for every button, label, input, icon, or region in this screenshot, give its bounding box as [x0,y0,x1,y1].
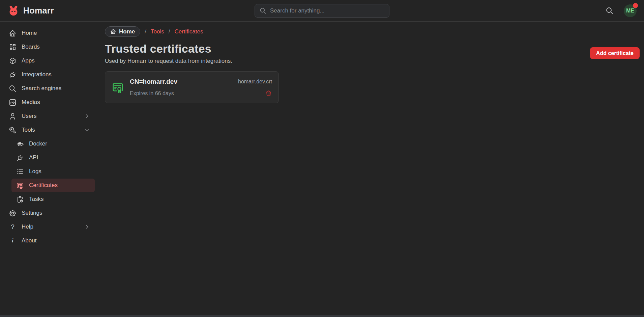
user-avatar[interactable]: ME [624,4,637,17]
sidebar-item-users[interactable]: Users [4,109,95,123]
breadcrumb-label: Home [119,28,135,35]
sidebar: Home Boards Apps Integrations Search eng… [0,22,99,317]
main-content: Home / Tools / Certificates Trusted cert… [99,22,644,317]
certificate-card: CN=homarr.dev homarr.dev.crt Expires in … [105,71,279,103]
clipboard-clock-icon [16,195,24,203]
sidebar-item-label: Users [22,113,36,120]
breadcrumb-certificates[interactable]: Certificates [174,28,203,35]
delete-certificate-button[interactable] [265,90,272,97]
global-search[interactable] [255,4,389,18]
app-header: Homarr ME [0,0,644,22]
sidebar-item-api[interactable]: API [11,151,95,164]
horizontal-scrollbar-track[interactable] [0,315,644,317]
add-certificate-button[interactable]: Add certificate [590,47,640,59]
sidebar-item-logs[interactable]: Logs [11,165,95,178]
sidebar-item-label: Home [22,30,37,36]
sidebar-item-certificates[interactable]: Certificates [11,179,95,192]
docker-icon [16,140,24,148]
sidebar-item-tasks[interactable]: Tasks [11,192,95,206]
sidebar-item-help[interactable]: ? Help [4,220,95,234]
sidebar-item-search-engines[interactable]: Search engines [4,82,95,95]
search-icon [9,85,17,93]
gear-icon [9,209,17,217]
avatar-initials: ME [626,8,634,14]
page-title: Trusted certificates [105,42,638,55]
sidebar-item-label: Search engines [22,85,61,92]
sidebar-item-label: Apps [22,57,35,64]
sidebar-item-about[interactable]: i About [4,234,95,247]
tool-icon [9,126,17,134]
sidebar-item-apps[interactable]: Apps [4,54,95,68]
search-icon [260,7,266,14]
homarr-logo-icon [7,5,20,17]
certificate-common-name: CN=homarr.dev [130,78,177,85]
breadcrumb: Home / Tools / Certificates [105,26,638,37]
sidebar-item-label: Medias [22,99,40,106]
chevron-down-icon [84,127,90,133]
breadcrumb-separator: / [169,28,170,35]
certificate-file-name: homarr.dev.crt [238,79,272,85]
plug-icon [9,71,17,79]
breadcrumb-separator: / [145,28,146,35]
sidebar-item-integrations[interactable]: Integrations [4,68,95,81]
sidebar-item-home[interactable]: Home [4,26,95,40]
certificate-icon [16,182,24,189]
sidebar-item-label: Certificates [29,182,58,189]
sidebar-item-label: Tasks [29,196,43,203]
certificate-icon [112,81,124,94]
notification-dot [633,3,638,8]
apps-icon [9,57,17,65]
sidebar-item-docker[interactable]: Docker [11,137,95,151]
sidebar-item-label: About [22,237,36,244]
sidebar-item-boards[interactable]: Boards [4,40,95,54]
sidebar-item-label: Logs [29,168,41,175]
list-icon [16,168,24,176]
sidebar-item-label: Help [22,223,33,230]
sidebar-item-label: Settings [22,210,42,216]
breadcrumb-tools[interactable]: Tools [151,28,164,35]
chevron-right-icon [84,224,90,230]
sidebar-item-label: Tools [22,127,35,133]
sidebar-item-label: Integrations [22,71,52,78]
question-mark-icon: ? [9,223,17,231]
brand[interactable]: Homarr [7,5,54,17]
sidebar-item-tools[interactable]: Tools [4,123,95,137]
photo-icon [9,99,17,106]
trash-icon [265,90,272,97]
user-icon [9,112,17,120]
sidebar-item-settings[interactable]: Settings [4,206,95,220]
certificate-expiry: Expires in 66 days [130,90,174,97]
sidebar-item-medias[interactable]: Medias [4,96,95,109]
boards-icon [9,43,17,51]
breadcrumb-home[interactable]: Home [105,26,140,37]
header-search-button[interactable] [606,6,614,15]
home-icon [110,29,116,34]
home-icon [9,29,17,37]
search-input[interactable] [270,7,384,14]
chevron-right-icon [84,113,90,119]
info-icon: i [9,238,17,244]
sidebar-item-label: API [29,154,38,161]
search-icon [606,7,614,15]
brand-title: Homarr [23,6,54,16]
sidebar-item-label: Boards [22,44,40,50]
sidebar-item-label: Docker [29,140,47,147]
page-subtitle: Used by Homarr to request data from inte… [105,58,638,64]
plug-icon [16,154,24,162]
